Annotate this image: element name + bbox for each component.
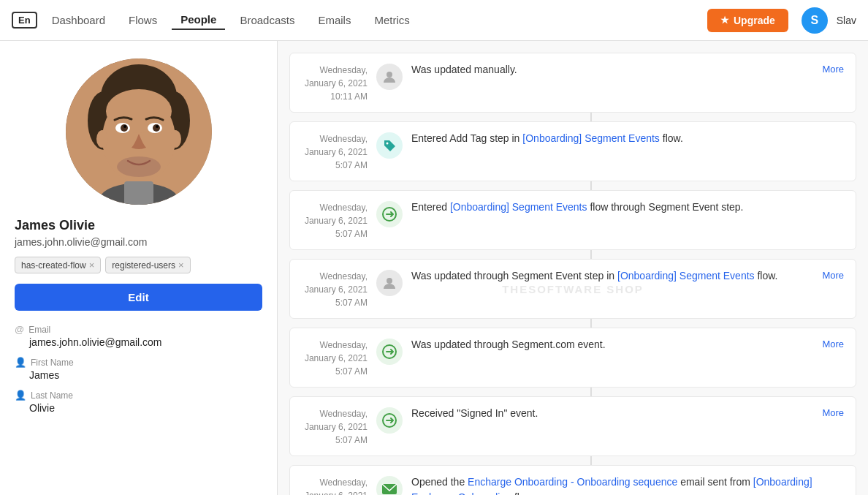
firstname-field-label: First Name — [31, 358, 74, 368]
segment-green-icon-2 — [381, 412, 397, 428]
event-more-6[interactable]: More — [822, 407, 844, 418]
email-field-value: james.john.olivie@gmail.com — [15, 336, 262, 348]
tag-teal-icon — [382, 138, 397, 153]
connector-5 — [326, 388, 856, 396]
person-icon-lastname: 👤 — [15, 390, 26, 401]
email-icon: @ — [15, 324, 24, 335]
event-card-6: Wednesday,January 6, 20215:07 AM Receive… — [289, 396, 856, 456]
person-icon-firstname: 👤 — [15, 357, 26, 368]
watermark: THESOFTWARE SHOP — [502, 283, 644, 295]
user-name: Slav — [837, 15, 856, 26]
svg-point-12 — [117, 156, 161, 177]
event-card-3: Wednesday,January 6, 20215:07 AM Entered… — [289, 190, 856, 250]
event-body-1: Was updated manually. — [411, 62, 813, 78]
event-icon-1 — [376, 64, 403, 90]
event-more-4[interactable]: More — [822, 270, 844, 281]
event-time-6: Wednesday,January 6, 20215:07 AM — [302, 406, 368, 447]
event-time-5: Wednesday,January 6, 20215:07 AM — [302, 337, 368, 378]
flow-green-icon — [381, 206, 397, 222]
event-card-5: Wednesday,January 6, 20215:07 AM Was upd… — [289, 328, 856, 388]
person-gray-icon — [382, 69, 397, 84]
email-field-section: @ Email james.john.olivie@gmail.com — [15, 324, 262, 348]
profile-photo — [66, 58, 212, 205]
event-link-3[interactable]: [Onboarding] Segment Events — [450, 201, 587, 213]
star-icon: ★ — [720, 15, 729, 26]
event-card-7: Wednesday,January 6, 20214:49 AM Opened … — [289, 465, 856, 495]
event-card-4: Wednesday,January 6, 20215:07 AM Was upd… — [289, 259, 856, 319]
svg-point-20 — [387, 278, 392, 284]
nav-people[interactable]: People — [172, 10, 225, 30]
event-more-1[interactable]: More — [822, 64, 844, 75]
event-time-3: Wednesday,January 6, 20215:07 AM — [302, 200, 368, 241]
event-icon-5 — [376, 339, 403, 365]
upgrade-button[interactable]: ★ Upgrade — [707, 9, 788, 32]
event-icon-4 — [376, 270, 403, 296]
event-card-2: Wednesday,January 6, 20215:07 AM Entered… — [289, 121, 856, 181]
avatar-svg — [66, 58, 212, 205]
tag-label: has-created-flow — [21, 260, 86, 271]
connector-1 — [326, 113, 856, 121]
event-icon-2 — [376, 132, 403, 159]
event-time-4: Wednesday,January 6, 20215:07 AM — [302, 268, 368, 309]
svg-point-14 — [170, 130, 181, 148]
tag-has-created-flow: has-created-flow × — [15, 257, 101, 273]
event-body-7: Opened the Encharge Onboarding - Onboard… — [411, 475, 844, 495]
person-email-display: james.john.olivie@gmail.com — [15, 236, 262, 248]
event-link-7a[interactable]: Encharge Onboarding - Onboarding sequenc… — [468, 476, 677, 488]
event-icon-7 — [376, 476, 403, 495]
profile-photo-wrapper — [15, 58, 262, 205]
lastname-field-label: Last Name — [31, 390, 73, 401]
event-time-2: Wednesday,January 6, 20215:07 AM — [302, 131, 368, 172]
event-link-2[interactable]: [Onboarding] Segment Events — [522, 132, 660, 144]
svg-rect-16 — [124, 181, 153, 205]
main-layout: James Olivie james.john.olivie@gmail.com… — [0, 41, 868, 495]
event-body-4: Was updated through Segment Event step i… — [411, 268, 813, 284]
segment-green-icon — [381, 344, 397, 360]
email-field-label: Email — [28, 325, 50, 335]
email-green-icon — [381, 483, 397, 495]
nav-flows[interactable]: Flows — [120, 11, 166, 29]
event-more-5[interactable]: More — [822, 339, 844, 349]
event-time-1: Wednesday,January 6, 202110:11 AM — [302, 62, 368, 103]
person-sidebar: James Olivie james.john.olivie@gmail.com… — [0, 41, 278, 495]
nav-metrics[interactable]: Metrics — [365, 11, 418, 29]
svg-point-11 — [156, 125, 159, 128]
svg-point-10 — [123, 125, 126, 128]
event-link-4[interactable]: [Onboarding] Segment Events — [617, 270, 755, 281]
event-card-1: Wednesday,January 6, 202110:11 AM Was up… — [289, 53, 856, 113]
event-body-2: Entered Add Tag step in [Onboarding] Seg… — [411, 131, 844, 146]
connector-2 — [326, 181, 856, 190]
svg-point-17 — [387, 72, 392, 78]
nav-broadcasts[interactable]: Broadcasts — [231, 11, 303, 29]
tag-label: registered-users — [112, 260, 175, 271]
tag-remove-registered-users[interactable]: × — [178, 260, 184, 271]
edit-button[interactable]: Edit — [15, 284, 262, 311]
language-badge[interactable]: En — [12, 12, 37, 29]
event-body-6: Received "Signed In" event. — [411, 406, 813, 421]
firstname-field-value: James — [15, 369, 262, 381]
person-name: James Olivie — [15, 218, 262, 233]
tags-row: has-created-flow × registered-users × — [15, 257, 262, 273]
connector-3 — [326, 250, 856, 259]
event-body-5: Was updated through Segment.com event. — [411, 337, 813, 352]
activity-feed: Wednesday,January 6, 202110:11 AM Was up… — [278, 41, 868, 495]
top-navigation: En Dashboard Flows People Broadcasts Ema… — [0, 0, 868, 41]
event-time-7: Wednesday,January 6, 20214:49 AM — [302, 475, 368, 495]
firstname-field-section: 👤 First Name James — [15, 357, 262, 381]
svg-point-18 — [387, 143, 389, 145]
event-icon-6 — [376, 407, 403, 434]
user-avatar[interactable]: S — [802, 7, 828, 34]
connector-6 — [326, 456, 856, 465]
connector-4 — [326, 319, 856, 328]
svg-point-13 — [96, 130, 108, 148]
tag-remove-has-created-flow[interactable]: × — [89, 260, 95, 271]
nav-dashboard[interactable]: Dashboard — [43, 11, 114, 29]
event-icon-3 — [376, 201, 403, 227]
event-body-3: Entered [Onboarding] Segment Events flow… — [411, 200, 844, 215]
person-gray-icon-2 — [382, 276, 397, 290]
lastname-field-value: Olivie — [15, 402, 262, 414]
tag-registered-users: registered-users × — [105, 257, 190, 273]
lastname-field-section: 👤 Last Name Olivie — [15, 390, 262, 414]
nav-emails[interactable]: Emails — [309, 11, 359, 29]
